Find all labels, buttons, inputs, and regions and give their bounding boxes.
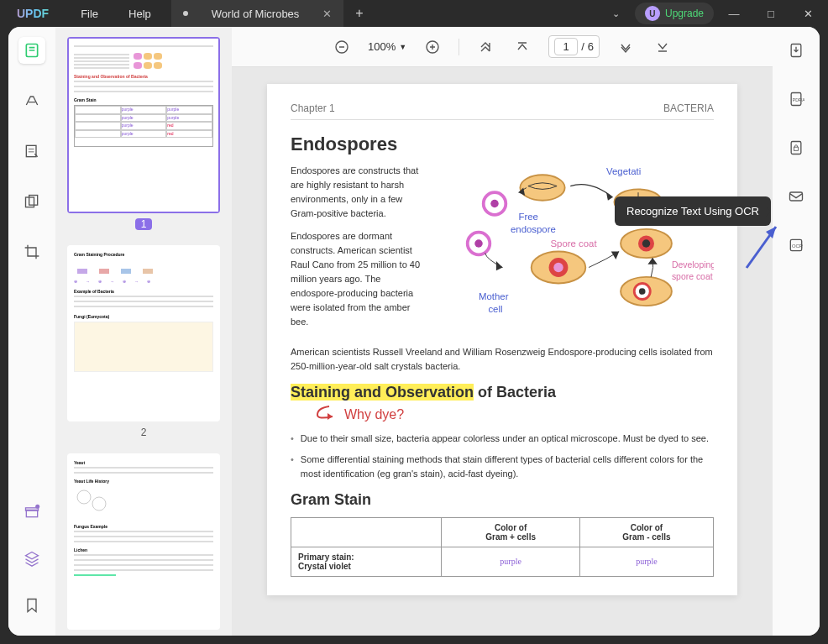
right-toolbar: PDF/A OCR Recognize Text Using OCR — [773, 27, 820, 636]
header-right: BACTERIA — [663, 102, 714, 114]
upgrade-label: Upgrade — [665, 8, 704, 19]
heading-staining: Staining and Observation of Bacteria — [291, 384, 714, 401]
thumb-number-2: 2 — [67, 427, 220, 438]
svg-rect-12 — [77, 269, 87, 274]
svg-point-39 — [639, 288, 646, 295]
svg-rect-7 — [26, 197, 34, 207]
gift-icon[interactable] — [18, 498, 45, 525]
close-window-button[interactable]: ✕ — [791, 0, 825, 27]
svg-rect-8 — [29, 196, 38, 206]
thumb-number-1: 1 — [135, 218, 152, 230]
page-content: Chapter 1BACTERIA Endospores Endospores … — [267, 84, 737, 595]
layers-icon[interactable] — [18, 545, 45, 572]
zoom-level[interactable]: 100%▼ — [368, 40, 406, 53]
bullet-1: Due to their small size, bacteria appear… — [291, 432, 714, 446]
endospore-diagram: Vegetati Freeendospore Spore coat Develo… — [435, 164, 714, 323]
svg-text:spore coat: spore coat — [672, 272, 713, 281]
page-indicator[interactable]: 1/6 — [548, 35, 600, 58]
svg-text:Free: Free — [519, 212, 538, 222]
menu-help[interactable]: Help — [113, 8, 166, 20]
svg-rect-13 — [99, 269, 109, 274]
tab-list-chevron-icon[interactable]: ⌄ — [600, 8, 631, 19]
thumbnail-3[interactable]: Yeast Yeast Life History Fungus Example … — [67, 453, 220, 630]
view-toolbar: 100%▼ 1/6 — [232, 27, 773, 67]
reader-tool-icon[interactable] — [18, 37, 45, 64]
svg-rect-55 — [791, 142, 801, 154]
maximize-button[interactable]: □ — [754, 0, 788, 27]
document-tab[interactable]: World of Microbes ✕ — [171, 0, 344, 27]
svg-point-30 — [474, 239, 483, 248]
svg-point-33 — [553, 263, 563, 272]
svg-rect-10 — [26, 508, 39, 510]
thumbnail-1[interactable]: Staining and Observation of Bacteria Gra… — [67, 37, 220, 213]
pages-tool-icon[interactable] — [18, 188, 45, 215]
edit-text-tool-icon[interactable] — [18, 138, 45, 165]
svg-marker-51 — [328, 413, 333, 420]
svg-marker-43 — [647, 258, 657, 264]
go-down-button[interactable] — [615, 36, 637, 58]
svg-rect-57 — [790, 192, 803, 201]
app-logo: UPDF — [0, 7, 66, 20]
upgrade-badge-icon: U — [645, 6, 660, 21]
menu-file[interactable]: File — [66, 8, 113, 20]
label-vegetative: Vegetati — [606, 166, 641, 176]
ocr-tooltip: Recognize Text Using OCR — [615, 196, 771, 226]
svg-point-11 — [35, 505, 39, 509]
workspace: Staining and Observation of Bacteria Gra… — [8, 27, 820, 636]
go-up-button[interactable] — [511, 36, 533, 58]
document-scroll[interactable]: Chapter 1BACTERIA Endospores Endospores … — [232, 67, 773, 636]
svg-rect-14 — [121, 269, 131, 274]
tab-title: World of Microbes — [212, 8, 300, 20]
svg-point-23 — [520, 175, 564, 200]
chapter-label: Chapter 1 — [291, 102, 335, 114]
export-icon[interactable] — [783, 37, 810, 64]
svg-text:OCR: OCR — [792, 243, 803, 249]
svg-point-28 — [490, 200, 499, 208]
thumbnail-panel: Staining and Observation of Bacteria Gra… — [55, 27, 232, 636]
para-1: Endospores are constructs that are highl… — [291, 164, 425, 221]
ocr-icon[interactable]: OCR — [783, 232, 810, 259]
svg-text:Spore coat: Spore coat — [551, 238, 598, 249]
para-3: American scientists Russell Vreeland and… — [291, 345, 714, 374]
go-first-button[interactable] — [474, 36, 496, 58]
svg-text:Mother: Mother — [479, 291, 509, 301]
zoom-out-button[interactable] — [331, 36, 353, 58]
bookmark-icon[interactable] — [18, 592, 45, 619]
thumbnail-2[interactable]: Gram Staining Procedure ⊕→⊕→⊕→⊕ Example … — [67, 245, 220, 421]
heading-endospores: Endospores — [291, 134, 714, 155]
svg-rect-15 — [143, 269, 153, 274]
close-tab-icon[interactable]: ✕ — [322, 8, 332, 20]
add-tab-button[interactable]: + — [343, 6, 375, 21]
minimize-button[interactable]: — — [717, 0, 751, 27]
titlebar: UPDF File Help World of Microbes ✕ + ⌄ U… — [0, 0, 828, 27]
svg-text:cell: cell — [488, 304, 502, 314]
svg-text:Developing: Developing — [672, 260, 714, 270]
bullet-2: Some differential staining methods that … — [291, 453, 714, 481]
left-toolbar — [8, 27, 55, 636]
document-area: 100%▼ 1/6 Chapter 1BACTERIA Endospores E… — [232, 27, 773, 636]
svg-text:PDF/A: PDF/A — [793, 97, 804, 102]
crop-tool-icon[interactable] — [18, 238, 45, 265]
upgrade-button[interactable]: U Upgrade — [635, 3, 714, 24]
pdfa-icon[interactable]: PDF/A — [783, 86, 810, 113]
para-2: Endospores are dormant constructs. Ameri… — [291, 229, 425, 329]
email-icon[interactable] — [783, 183, 810, 210]
zoom-in-button[interactable] — [422, 36, 443, 58]
tab-indicator-icon — [183, 11, 188, 16]
svg-rect-4 — [26, 145, 36, 156]
go-last-button[interactable] — [652, 36, 673, 58]
svg-point-17 — [92, 497, 106, 510]
heading-gram: Gram Stain — [291, 491, 714, 509]
svg-point-36 — [642, 239, 651, 248]
svg-point-16 — [77, 490, 91, 504]
why-dye-annotation: Why dye? — [314, 405, 714, 425]
svg-rect-56 — [794, 147, 799, 150]
highlight-tool-icon[interactable] — [18, 87, 45, 114]
svg-text:endospore: endospore — [511, 224, 556, 234]
svg-marker-41 — [496, 261, 503, 270]
protect-icon[interactable] — [783, 134, 810, 161]
gram-table: Color of Gram + cellsColor of Gram - cel… — [291, 517, 714, 577]
